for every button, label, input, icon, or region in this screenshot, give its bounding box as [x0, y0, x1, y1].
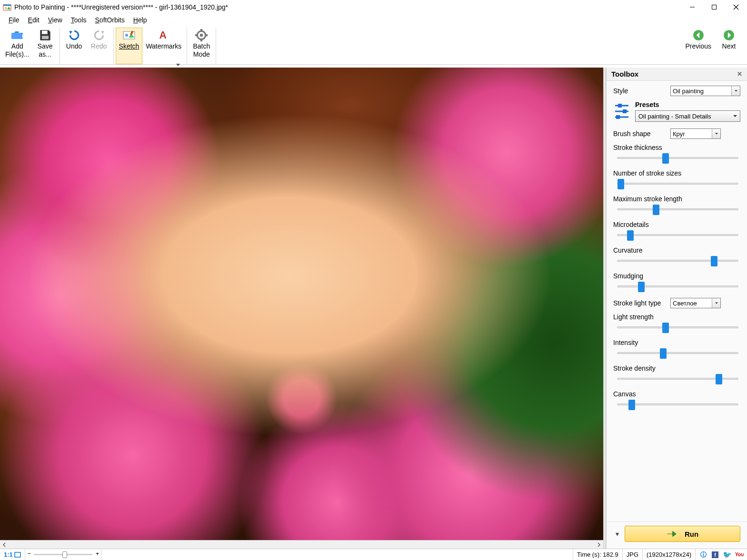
- presets-select[interactable]: Oil painting - Small Details: [635, 110, 740, 122]
- previous-icon: [692, 30, 705, 40]
- previous-button[interactable]: Previous: [682, 28, 715, 64]
- run-arrow-icon: [667, 530, 677, 538]
- svg-point-14: [200, 34, 203, 37]
- titlebar: Photo to Painting - ****Unregistered ver…: [0, 0, 747, 14]
- save-icon: [39, 30, 51, 40]
- facebook-icon[interactable]: f: [712, 551, 718, 558]
- slider-stroke-thickness[interactable]: [617, 152, 738, 164]
- menu-softorbits[interactable]: SoftOrbits: [91, 15, 129, 25]
- menu-edit[interactable]: Edit: [24, 15, 43, 25]
- undo-icon: [68, 30, 80, 40]
- slider-label: Number of stroke sizes: [613, 169, 740, 177]
- canvas-view[interactable]: [0, 68, 603, 540]
- next-button[interactable]: Next: [717, 28, 741, 64]
- svg-rect-8: [41, 36, 48, 39]
- toolbox-close-icon[interactable]: ✕: [737, 70, 742, 78]
- menu-tools[interactable]: Tools: [67, 15, 90, 25]
- scroll-right-icon[interactable]: [595, 540, 603, 549]
- minimize-button[interactable]: [681, 0, 703, 14]
- image-preview: [0, 68, 603, 540]
- slider-label: Microdetails: [613, 221, 740, 228]
- svg-rect-26: [616, 115, 620, 119]
- run-button[interactable]: Run: [625, 526, 740, 542]
- stroke-light-label: Stroke light type: [613, 299, 670, 307]
- twitter-icon[interactable]: 🐦: [723, 551, 731, 559]
- toolbar: Add File(s)... Save as... Undo Redo Sket…: [0, 26, 747, 65]
- slider-stroke-density[interactable]: [617, 373, 738, 384]
- svg-rect-22: [618, 104, 622, 108]
- slider-label: Smudging: [613, 272, 740, 280]
- batch-icon: [195, 30, 208, 40]
- watermarks-button[interactable]: A Watermarks: [142, 28, 185, 64]
- chevron-down-icon: [712, 298, 720, 308]
- style-select[interactable]: Oil painting: [670, 86, 740, 96]
- presets-label: Presets: [635, 101, 740, 108]
- svg-rect-18: [205, 34, 208, 36]
- zoom-out-icon[interactable]: −: [27, 550, 31, 557]
- toolbox-panel: Toolbox ✕ Style Oil painting Presets: [606, 68, 747, 549]
- svg-rect-7: [41, 31, 47, 34]
- slider-number-of-stroke-sizes[interactable]: [617, 178, 738, 189]
- slider-label: Maximum stroke length: [613, 195, 740, 203]
- status-dimensions: (1920x1278x24): [643, 549, 696, 560]
- svg-rect-16: [200, 39, 202, 41]
- app-icon: [3, 3, 11, 11]
- maximize-button[interactable]: [703, 0, 725, 14]
- svg-text:A: A: [159, 29, 166, 41]
- sketch-button[interactable]: Sketch: [116, 28, 143, 64]
- menubar: File Edit View Tools SoftOrbits Help: [0, 14, 747, 26]
- svg-rect-17: [195, 34, 198, 36]
- save-as-button[interactable]: Save as...: [33, 28, 58, 64]
- slider-smudging[interactable]: [617, 281, 738, 292]
- menu-view[interactable]: View: [44, 15, 66, 25]
- style-label: Style: [613, 87, 670, 95]
- scroll-left-icon[interactable]: [0, 540, 9, 549]
- watermark-icon: A: [158, 30, 170, 40]
- svg-rect-4: [712, 5, 717, 10]
- batch-mode-button[interactable]: Batch Mode: [189, 28, 214, 64]
- redo-button[interactable]: Redo: [87, 28, 111, 64]
- undo-button[interactable]: Undo: [62, 28, 87, 64]
- add-files-button[interactable]: Add File(s)...: [2, 28, 33, 64]
- slider-label: Canvas: [613, 390, 740, 398]
- slider-maximum-stroke-length[interactable]: [617, 204, 738, 215]
- slider-light-strength[interactable]: [617, 322, 738, 333]
- next-icon: [723, 30, 735, 40]
- slider-label: Curvature: [613, 246, 740, 254]
- stroke-light-select[interactable]: Светлое: [670, 298, 721, 308]
- slider-microdetails[interactable]: [617, 229, 738, 241]
- window-title: Photo to Painting - ****Unregistered ver…: [14, 3, 681, 11]
- chevron-down-icon: [730, 111, 740, 121]
- scroll-down-icon[interactable]: ▾: [613, 530, 621, 538]
- info-icon[interactable]: ⓘ: [699, 551, 707, 559]
- sketch-icon: [123, 30, 135, 40]
- slider-label: Stroke thickness: [613, 144, 740, 151]
- statusbar: 1:1 − + Time (s): 182.9 JPG (1920x1278x2…: [0, 549, 747, 560]
- slider-intensity[interactable]: [617, 347, 738, 359]
- menu-help[interactable]: Help: [129, 15, 151, 25]
- zoom-in-icon[interactable]: +: [96, 550, 100, 557]
- svg-rect-27: [15, 552, 20, 557]
- slider-canvas[interactable]: [617, 399, 738, 410]
- chevron-down-icon: [712, 129, 720, 138]
- horizontal-scrollbar[interactable]: [0, 540, 603, 549]
- svg-rect-15: [200, 29, 202, 31]
- fit-screen-icon: [14, 552, 21, 558]
- youtube-icon[interactable]: You: [736, 551, 743, 559]
- slider-label: Light strength: [613, 313, 740, 321]
- toolbox-header: Toolbox ✕: [607, 68, 747, 81]
- menu-file[interactable]: File: [5, 15, 23, 25]
- brush-shape-select[interactable]: Круг: [670, 128, 721, 139]
- svg-rect-24: [623, 109, 627, 113]
- slider-label: Intensity: [613, 339, 740, 346]
- presets-icon: [613, 101, 630, 119]
- close-button[interactable]: [725, 0, 747, 14]
- status-time: Time (s): 182.9: [573, 549, 623, 560]
- brush-shape-label: Brush shape: [613, 130, 670, 138]
- slider-label: Stroke density: [613, 364, 740, 372]
- zoom-11-button[interactable]: 1:1: [0, 549, 25, 560]
- zoom-slider[interactable]: − +: [25, 549, 101, 560]
- svg-point-2: [5, 7, 7, 9]
- slider-curvature[interactable]: [617, 255, 738, 266]
- open-folder-icon: [11, 30, 23, 40]
